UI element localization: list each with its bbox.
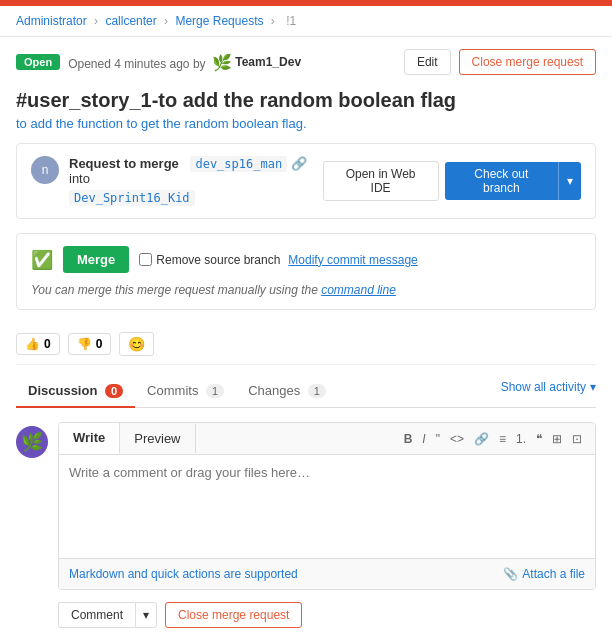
- comment-button-group: Comment ▾: [58, 602, 157, 628]
- mr-meta: Opened 4 minutes ago by 🌿 Team1_Dev: [68, 53, 301, 72]
- breadcrumb-sep-3: ›: [271, 14, 275, 28]
- thumbs-up-icon: 👍: [25, 337, 40, 351]
- tab-discussion[interactable]: Discussion 0: [16, 375, 135, 408]
- vote-row: 👍 0 👎 0 😊: [16, 324, 596, 365]
- mr-description: to add the function to get the random bo…: [16, 116, 596, 143]
- show-activity-button[interactable]: Show all activity ▾: [501, 380, 596, 402]
- merge-button[interactable]: Merge: [63, 246, 129, 273]
- branch-info-right: Open in Web IDE Check out branch ▾: [323, 161, 581, 201]
- action-row: Comment ▾ Close merge request: [58, 590, 596, 632]
- write-tab[interactable]: Write: [59, 423, 120, 454]
- branch-avatar: n: [31, 156, 59, 184]
- branch-info-left: n Request to merge dev_sp16_man 🔗 into D…: [31, 156, 323, 206]
- comment-dropdown-button[interactable]: ▾: [135, 602, 157, 628]
- numbered-list-button[interactable]: 1.: [513, 430, 529, 448]
- comment-wrapper: 🌿 Write Preview B I " <> 🔗 ≡ 1. ❝: [16, 422, 596, 632]
- check-icon: ✅: [31, 249, 53, 271]
- italic-button[interactable]: I: [419, 430, 428, 448]
- breadcrumb-current: !1: [286, 14, 296, 28]
- mr-title: #user_story_1-to add the random boolean …: [16, 83, 596, 116]
- award-emoji-button[interactable]: 😊: [119, 332, 154, 356]
- bold-button[interactable]: B: [401, 430, 416, 448]
- author-avatar: 🌿: [16, 426, 48, 458]
- checkout-group: Check out branch ▾: [445, 162, 581, 200]
- comment-header: Write Preview B I " <> 🔗 ≡ 1. ❝ ⊞ ⊡: [59, 423, 595, 455]
- branch-request-line: Request to merge dev_sp16_man 🔗 into: [69, 156, 323, 186]
- commits-badge: 1: [206, 384, 224, 398]
- edit-button[interactable]: Edit: [404, 49, 451, 75]
- branch-icon: 🔗: [291, 156, 307, 171]
- remove-source-branch-option[interactable]: Remove source branch: [139, 253, 280, 267]
- thumbs-down-icon: 👎: [77, 337, 92, 351]
- close-merge-button-bottom[interactable]: Close merge request: [165, 602, 302, 628]
- checkout-dropdown-button[interactable]: ▾: [558, 162, 581, 200]
- modify-commit-link[interactable]: Modify commit message: [288, 253, 417, 267]
- breadcrumb-sep-1: ›: [94, 14, 98, 28]
- merge-section: ✅ Merge Remove source branch Modify comm…: [16, 233, 596, 310]
- discussion-badge: 0: [105, 384, 123, 398]
- source-branch[interactable]: dev_sp16_man: [190, 156, 287, 172]
- markdown-note: Markdown and quick actions are supported: [69, 567, 298, 581]
- merge-row: ✅ Merge Remove source branch Modify comm…: [31, 246, 581, 273]
- chevron-down-icon: ▾: [590, 380, 596, 394]
- blockquote-button[interactable]: ❝: [533, 430, 545, 448]
- table-button[interactable]: ⊞: [549, 430, 565, 448]
- target-branch[interactable]: Dev_Sprint16_Kid: [69, 190, 195, 206]
- attach-icon: 📎: [503, 567, 518, 581]
- thumbs-up-button[interactable]: 👍 0: [16, 333, 60, 355]
- comment-button[interactable]: Comment: [58, 602, 135, 628]
- target-branch-line: Dev_Sprint16_Kid: [69, 190, 323, 206]
- tabs-row: Discussion 0 Commits 1 Changes 1 Show al…: [16, 365, 596, 408]
- comment-body: [59, 455, 595, 558]
- mr-header-right: Edit Close merge request: [404, 49, 596, 75]
- close-merge-button-top[interactable]: Close merge request: [459, 49, 596, 75]
- remove-source-branch-checkbox[interactable]: [139, 253, 152, 266]
- mr-author: Team1_Dev: [235, 55, 301, 69]
- attachment-button[interactable]: ⊡: [569, 430, 585, 448]
- comment-area: Write Preview B I " <> 🔗 ≡ 1. ❝ ⊞ ⊡: [58, 422, 596, 590]
- bullet-list-button[interactable]: ≡: [496, 430, 509, 448]
- breadcrumb-admin[interactable]: Administrator: [16, 14, 87, 28]
- breadcrumb-merge-requests[interactable]: Merge Requests: [175, 14, 263, 28]
- changes-badge: 1: [308, 384, 326, 398]
- thumbs-up-count: 0: [44, 337, 51, 351]
- tab-commits[interactable]: Commits 1: [135, 375, 236, 408]
- checkout-button[interactable]: Check out branch: [445, 162, 558, 200]
- thumbs-down-count: 0: [96, 337, 103, 351]
- attach-file-button[interactable]: 📎 Attach a file: [503, 567, 585, 581]
- main-content: Open Opened 4 minutes ago by 🌿 Team1_Dev…: [0, 37, 612, 641]
- comment-toolbar: B I " <> 🔗 ≡ 1. ❝ ⊞ ⊡: [391, 430, 595, 448]
- breadcrumb-callcenter[interactable]: callcenter: [105, 14, 156, 28]
- merge-note: You can merge this merge request manuall…: [31, 281, 581, 297]
- preview-tab[interactable]: Preview: [120, 424, 195, 453]
- mr-header: Open Opened 4 minutes ago by 🌿 Team1_Dev…: [16, 37, 596, 83]
- comment-footer: Markdown and quick actions are supported…: [59, 558, 595, 589]
- command-line-link[interactable]: command line: [321, 283, 396, 297]
- open-badge: Open: [16, 54, 60, 70]
- comment-area-wrapper: Write Preview B I " <> 🔗 ≡ 1. ❝ ⊞ ⊡: [58, 422, 596, 632]
- link-button[interactable]: 🔗: [471, 430, 492, 448]
- branch-text: Request to merge dev_sp16_man 🔗 into Dev…: [69, 156, 323, 206]
- branch-info-box: n Request to merge dev_sp16_man 🔗 into D…: [16, 143, 596, 219]
- open-in-ide-button[interactable]: Open in Web IDE: [323, 161, 439, 201]
- merge-options: Remove source branch Modify commit messa…: [139, 253, 417, 267]
- code-button[interactable]: <>: [447, 430, 467, 448]
- thumbs-down-button[interactable]: 👎 0: [68, 333, 112, 355]
- tab-changes[interactable]: Changes 1: [236, 375, 338, 408]
- quote-button[interactable]: ": [433, 430, 443, 448]
- breadcrumb-sep-2: ›: [164, 14, 168, 28]
- comment-input[interactable]: [69, 465, 585, 545]
- breadcrumb: Administrator › callcenter › Merge Reque…: [0, 6, 612, 37]
- mr-header-left: Open Opened 4 minutes ago by 🌿 Team1_Dev: [16, 53, 301, 72]
- tabs-left: Discussion 0 Commits 1 Changes 1: [16, 375, 338, 407]
